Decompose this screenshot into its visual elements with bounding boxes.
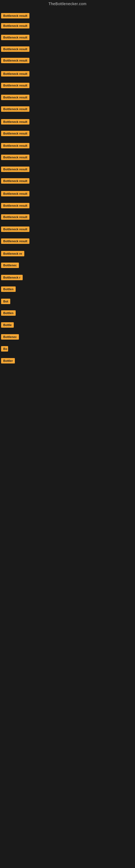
- bottleneck-badge[interactable]: Bottleneck result: [1, 191, 30, 196]
- bottleneck-badge[interactable]: Bottleneck result: [1, 71, 30, 76]
- site-title: TheBottlenecker.com: [0, 0, 135, 8]
- bottleneck-badge[interactable]: Bottleneck result: [1, 131, 30, 136]
- bottleneck-badge[interactable]: Bottlenec: [1, 334, 19, 340]
- bottleneck-badge[interactable]: Bottle: [1, 322, 14, 328]
- bottleneck-badge[interactable]: Bottleneck result: [1, 23, 30, 29]
- bottleneck-badge[interactable]: Bottleneck result: [1, 155, 30, 160]
- bottleneck-badge[interactable]: Bottleneck result: [1, 58, 30, 63]
- bottleneck-badge[interactable]: Bottleneck result: [1, 95, 30, 100]
- bottleneck-badge[interactable]: Bottleneck re: [1, 251, 24, 256]
- bottleneck-badge[interactable]: Bottleneck result: [1, 203, 30, 208]
- bottleneck-badge[interactable]: Bottleneck result: [1, 46, 30, 52]
- bottleneck-badge[interactable]: Bottler: [1, 358, 15, 364]
- bottleneck-badge[interactable]: Bottleneck result: [1, 119, 30, 124]
- bottleneck-badge[interactable]: Bottleneck result: [1, 106, 30, 112]
- bottleneck-badge[interactable]: Bottleneck result: [1, 143, 30, 148]
- bottleneck-badge[interactable]: Bottleneck result: [1, 178, 30, 184]
- bottleneck-badge[interactable]: Bottleneck result: [1, 13, 30, 19]
- bottleneck-badge[interactable]: Bottlen: [1, 310, 16, 316]
- bottleneck-badge[interactable]: Bottleneck r: [1, 275, 23, 280]
- bottleneck-badge[interactable]: Bottleneck result: [1, 214, 30, 220]
- bottleneck-badge[interactable]: Bottlenec: [1, 262, 19, 268]
- bottleneck-badge[interactable]: Bo: [1, 346, 8, 351]
- bottleneck-badge[interactable]: Bot: [1, 299, 10, 304]
- bottleneck-badge[interactable]: Bottleneck result: [1, 83, 30, 88]
- site-header: TheBottlenecker.com: [0, 0, 135, 8]
- bottleneck-badge[interactable]: Bottleneck result: [1, 226, 30, 232]
- bottleneck-badge[interactable]: Bottlen: [1, 286, 16, 292]
- bottleneck-badge[interactable]: Bottleneck result: [1, 35, 30, 40]
- badges-container: Bottleneck resultBottleneck resultBottle…: [0, 8, 135, 868]
- bottleneck-badge[interactable]: Bottleneck result: [1, 239, 30, 244]
- bottleneck-badge[interactable]: Bottleneck result: [1, 166, 30, 172]
